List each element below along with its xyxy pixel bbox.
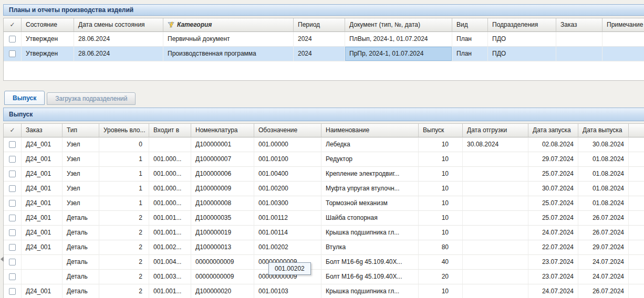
cell-period[interactable]: 2024 bbox=[294, 47, 345, 61]
cell-check[interactable] bbox=[4, 284, 22, 298]
cell-level[interactable]: 2 bbox=[99, 211, 149, 226]
cell-check[interactable] bbox=[4, 47, 22, 61]
column-header-order[interactable]: Заказ bbox=[556, 18, 603, 32]
cell-nomenclature[interactable]: 00000000009 bbox=[191, 270, 254, 284]
tab-zagruzka-podrazdeleniy[interactable]: Загрузка подразделений bbox=[47, 92, 136, 105]
cell-level[interactable]: 0 bbox=[99, 137, 149, 152]
row-checkbox[interactable] bbox=[9, 185, 16, 192]
column-header-check[interactable]: ✓ bbox=[4, 124, 22, 137]
cell-release_date[interactable]: 01.08.2024 bbox=[578, 167, 629, 182]
cell-document[interactable]: ПлВып, 2024-1, 01.07.2024 bbox=[345, 32, 452, 47]
cell-start_date[interactable]: 23.07.2024 bbox=[528, 255, 578, 270]
cell-level[interactable]: 2 bbox=[99, 284, 149, 298]
cell-part_of[interactable] bbox=[149, 137, 191, 152]
table-row[interactable]: Д24_001Деталь2001.001...Д100000019001.00… bbox=[4, 226, 644, 240]
cell-designation[interactable]: 001.00300 bbox=[254, 196, 321, 211]
cell-name[interactable]: Шайба стопорная bbox=[321, 211, 419, 226]
cell-order[interactable]: Д24_001 bbox=[22, 137, 63, 152]
cell-ship_date[interactable] bbox=[463, 284, 528, 298]
cell-nomenclature[interactable]: 00000000009 bbox=[191, 255, 254, 270]
table-row[interactable]: Д24_001Узел1001.000...Д100000006001.0040… bbox=[4, 167, 644, 182]
cell-release_date[interactable]: 01.08.2024 bbox=[578, 182, 629, 196]
cell-name[interactable]: Редуктор bbox=[321, 152, 419, 167]
cell-type[interactable]: Деталь bbox=[63, 211, 99, 226]
column-header-type[interactable]: Тип bbox=[63, 124, 99, 137]
cell-order[interactable] bbox=[22, 270, 63, 284]
cell-ship_date[interactable] bbox=[463, 211, 528, 226]
cell-check[interactable] bbox=[4, 240, 22, 255]
cell-nomenclature[interactable]: Д100000035 bbox=[191, 211, 254, 226]
cell-designation[interactable]: 001.00000 bbox=[254, 137, 321, 152]
cell-level[interactable]: 2 bbox=[99, 226, 149, 240]
cell-start_date[interactable]: 30.07.2024 bbox=[528, 182, 578, 196]
cell-output[interactable]: 10 bbox=[419, 196, 463, 211]
cell-level[interactable]: 1 bbox=[99, 167, 149, 182]
table-row[interactable]: Деталь2001.003...0000000000900000000009Б… bbox=[4, 270, 644, 284]
cell-name[interactable]: Крышка подшипника гл... bbox=[321, 226, 419, 240]
cell-nomenclature[interactable]: Д100000019 bbox=[191, 226, 254, 240]
cell-release_date[interactable]: 01.08.2024 bbox=[578, 196, 629, 211]
cell-name[interactable]: Крепление электродвиг... bbox=[321, 167, 419, 182]
table-row[interactable]: Д24_001Узел1001.000...Д100000008001.0030… bbox=[4, 196, 644, 211]
cell-type[interactable]: Деталь bbox=[63, 226, 99, 240]
cell-state_date[interactable]: 28.06.2024 bbox=[74, 47, 163, 61]
cell-part_of[interactable]: 001.000... bbox=[149, 152, 191, 167]
cell-release_date[interactable]: 01.08.2024 bbox=[578, 152, 629, 167]
cell-release_date[interactable]: 26.07.2024 bbox=[578, 226, 629, 240]
row-checkbox[interactable] bbox=[9, 36, 16, 42]
column-header-release_date[interactable]: Дата выпуска bbox=[578, 124, 629, 137]
cell-output[interactable]: 80 bbox=[419, 240, 463, 255]
cell-part_of[interactable]: 001.004... bbox=[149, 255, 191, 270]
cell-nomenclature[interactable]: Д100000009 bbox=[191, 182, 254, 196]
row-checkbox[interactable] bbox=[9, 288, 16, 295]
row-checkbox[interactable] bbox=[9, 156, 16, 163]
cell-ship_date[interactable] bbox=[463, 226, 528, 240]
cell-part_of[interactable]: 001.001... bbox=[149, 211, 191, 226]
cell-nomenclature[interactable]: Д100000006 bbox=[191, 167, 254, 182]
cell-type[interactable]: Узел bbox=[63, 196, 99, 211]
cell-designation[interactable]: 001.00114 bbox=[254, 226, 321, 240]
column-header-department[interactable]: Подразделения bbox=[488, 18, 556, 32]
cell-start_date[interactable]: 25.07.2024 bbox=[528, 196, 578, 211]
column-header-state_date[interactable]: Дата смены состояния bbox=[74, 18, 163, 32]
cell-state[interactable]: Утвержден bbox=[22, 32, 74, 47]
splitter-collapse-arrow[interactable] bbox=[1, 257, 4, 262]
cell-name[interactable]: Крышка подшипника гл... bbox=[321, 284, 419, 298]
cell-note[interactable] bbox=[603, 47, 644, 61]
row-checkbox[interactable] bbox=[9, 259, 16, 265]
column-header-kind[interactable]: Вид bbox=[452, 18, 488, 32]
row-checkbox[interactable] bbox=[9, 273, 16, 280]
cell-type[interactable]: Узел bbox=[63, 137, 99, 152]
column-header-name[interactable]: Наименование bbox=[321, 124, 419, 137]
cell-level[interactable]: 2 bbox=[99, 270, 149, 284]
cell-part_of[interactable]: 001.000... bbox=[149, 167, 191, 182]
cell-check[interactable] bbox=[4, 167, 22, 182]
row-checkbox[interactable] bbox=[9, 244, 16, 251]
table-row[interactable]: Д24_001Деталь2001.002...Д100000013001.00… bbox=[4, 240, 644, 255]
tab-vypusk[interactable]: Выпуск bbox=[4, 91, 45, 105]
cell-nomenclature[interactable]: Д100000007 bbox=[191, 152, 254, 167]
table-row[interactable]: Утвержден28.06.2024Производственная прог… bbox=[4, 47, 644, 61]
cell-output[interactable]: 10 bbox=[419, 152, 463, 167]
cell-check[interactable] bbox=[4, 270, 22, 284]
cell-order[interactable] bbox=[556, 47, 603, 61]
cell-order[interactable]: Д24_001 bbox=[22, 211, 63, 226]
row-checkbox[interactable] bbox=[9, 171, 16, 177]
cell-type[interactable]: Деталь bbox=[63, 270, 99, 284]
cell-level[interactable]: 1 bbox=[99, 152, 149, 167]
column-header-ship_date[interactable]: Дата отгрузки bbox=[463, 124, 528, 137]
column-header-state[interactable]: Состояние bbox=[22, 18, 74, 32]
cell-level[interactable]: 2 bbox=[99, 255, 149, 270]
cell-level[interactable]: 1 bbox=[99, 196, 149, 211]
cell-category[interactable]: Производственная программа bbox=[163, 47, 294, 61]
cell-output[interactable]: 10 bbox=[419, 137, 463, 152]
cell-start_date[interactable]: 25.07.2024 bbox=[528, 211, 578, 226]
cell-ship_date[interactable] bbox=[463, 152, 528, 167]
column-header-output[interactable]: Выпуск bbox=[419, 124, 463, 137]
cell-start_date[interactable]: 25.07.2024 bbox=[528, 167, 578, 182]
cell-note[interactable] bbox=[603, 32, 644, 47]
cell-order[interactable]: Д24_001 bbox=[22, 167, 63, 182]
cell-release_date[interactable]: 29.07.2024 bbox=[578, 240, 629, 255]
cell-order[interactable]: Д24_001 bbox=[22, 182, 63, 196]
cell-check[interactable] bbox=[4, 211, 22, 226]
